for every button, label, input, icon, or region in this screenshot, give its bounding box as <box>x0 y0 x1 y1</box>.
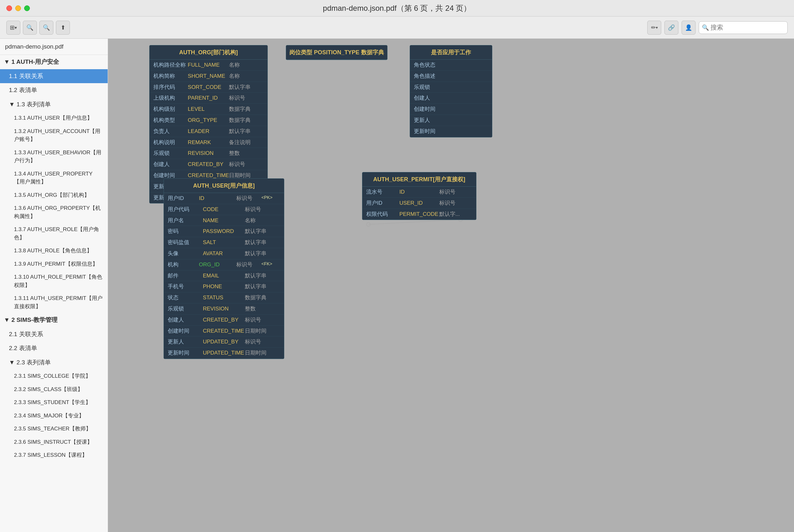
main-content: AUTH_ORG[部门机构] 机构路径全称 FULL_NAME 名称 机构简称 … <box>108 39 794 532</box>
sidebar-item-s2-1[interactable]: 2.1 关联关系 <box>0 327 108 342</box>
sidebar-item-s2-2[interactable]: 2.2 表清单 <box>0 341 108 356</box>
toolbar: ⊞ ▾ 🔍 🔍 ⬆ ✏ ▾ 🔗 👤 🔍 <box>0 17 794 39</box>
table-row: 流水号 ID 标识号 <box>363 187 476 198</box>
pen-button[interactable]: ✏ ▾ <box>647 21 661 35</box>
table-row: 机构说明 REMARK 备注说明 <box>150 137 267 148</box>
table-row: 机构级别 LEVEL 数据字典 <box>150 104 267 115</box>
sidebar: pdman-demo.json.pdf ▼ 1 AUTH-用户安全1.1 关联关… <box>0 39 108 532</box>
sidebar-item-s1-3-9[interactable]: 1.3.9 AUTH_PERMIT【权限信息】 <box>0 258 108 271</box>
svg-line-1 <box>368 220 461 224</box>
table-row: 密码盐值 SALT 默认字串 <box>164 237 284 248</box>
table-auth-user: AUTH_USER[用户信息] 用户ID ID 标识号 <PK> 用户代码 CO… <box>164 178 284 359</box>
close-button[interactable] <box>6 5 12 11</box>
table-row: 用户ID ID 标识号 <PK> <box>164 193 284 204</box>
table-header-right-partial: 是否应用于工作 <box>410 45 492 60</box>
table-row: 更新时间 UPDATED_TIME 日期时间 <box>164 347 284 359</box>
sidebar-item-s2-3-3[interactable]: 2.3.3 SIMS_STUDENT【学生】 <box>0 396 108 409</box>
search-wrapper: 🔍 <box>699 21 788 34</box>
sidebar-item-s2-3-5[interactable]: 2.3.5 SIMS_TEACHER【教师】 <box>0 422 108 436</box>
table-row: 头像 AVATAR 默认字串 <box>164 248 284 259</box>
sidebar-item-s2-3-7[interactable]: 2.3.7 SIMS_LESSON【课程】 <box>0 449 108 462</box>
sidebar-item-s2-3[interactable]: ▼ 2.3 表列清单 <box>0 356 108 370</box>
table-row: 更新时间 <box>410 126 492 137</box>
table-row: 权限代码 PERMIT_CODE 默认字... <box>363 209 476 220</box>
sidebar-item-s1-3-4[interactable]: 1.3.4 AUTH_USER_PROPERTY【用户属性】 <box>0 167 108 189</box>
table-row: 创建人 <box>410 93 492 104</box>
table-row: 用户名 NAME 名称 <box>164 215 284 226</box>
zoom-in-icon: 🔍 <box>43 24 50 31</box>
person-button[interactable]: 👤 <box>682 21 696 35</box>
page-nav-button[interactable]: ⊞ ▾ <box>6 21 20 35</box>
sidebar-item-s1-3-5[interactable]: 1.3.5 AUTH_ORG【部门机构】 <box>0 189 108 202</box>
table-right-partial: 是否应用于工作 角色状态 角色描述 乐观锁 创建人 创建时间 <box>410 45 492 137</box>
table-row: 更新人 UPDATED_BY 标识号 <box>164 337 284 347</box>
toolbar-right: ✏ ▾ 🔗 👤 🔍 <box>647 21 788 35</box>
table-header-auth-org: AUTH_ORG[部门机构] <box>150 45 267 60</box>
table-row: 手机号 PHONE 默认字串 <box>164 281 284 292</box>
table-row: 用户ID USER_ID 标识号 <box>363 198 476 209</box>
sidebar-item-s1-3-8[interactable]: 1.3.8 AUTH_ROLE【角色信息】 <box>0 244 108 258</box>
zoom-in-button[interactable]: 🔍 <box>39 21 53 35</box>
sidebar-item-s2-3-6[interactable]: 2.3.6 SIMS_INSTRUCT【授课】 <box>0 436 108 449</box>
search-input[interactable] <box>699 21 788 34</box>
table-row: 创建时间 <box>410 104 492 115</box>
table-row: 创建人 CREATED_BY 标识号 <box>164 315 284 326</box>
traffic-lights <box>6 5 30 11</box>
table-row: 角色描述 <box>410 71 492 82</box>
link-icon: 🔗 <box>668 24 675 31</box>
sidebar-item-s2-3-4[interactable]: 2.3.4 SIMS_MAJOR【专业】 <box>0 409 108 422</box>
table-row: 机构路径全称 FULL_NAME 名称 <box>150 60 267 71</box>
maximize-button[interactable] <box>24 5 30 11</box>
table-row: 用户代码 CODE 标识号 <box>164 204 284 215</box>
grid-icon: ⊞ <box>10 24 15 31</box>
sidebar-item-s1-1[interactable]: 1.1 关联关系 <box>0 69 108 83</box>
table-row: 密码 PASSWORD 默认字串 <box>164 226 284 237</box>
sidebar-item-s1-3-10[interactable]: 1.3.10 AUTH_ROLE_PERMIT【角色权限】 <box>0 270 108 292</box>
annotate-button[interactable]: 🔗 <box>664 21 678 35</box>
table-header-position-type: 岗位类型 POSITION_TYPE 数据字典 <box>286 45 387 60</box>
sidebar-item-s1-3-3[interactable]: 1.3.3 AUTH_USER_BEHAVIOR【用户行为】 <box>0 146 108 167</box>
sidebar-item-s1[interactable]: ▼ 1 AUTH-用户安全 <box>0 55 108 69</box>
svg-point-2 <box>367 223 370 226</box>
table-row: 创建人 CREATED_BY 标识号 <box>150 159 267 170</box>
table-row: 上级机构 PARENT_ID 标识号 <box>150 93 267 104</box>
table-row: 机构类型 ORG_TYPE 数据字典 <box>150 115 267 126</box>
window-title: pdman-demo.json.pdf（第 6 页，共 24 页） <box>323 3 471 13</box>
share-icon: ⬆ <box>61 24 66 31</box>
table-row: 角色状态 <box>410 60 492 71</box>
table-row: 排序代码 SORT_CODE 默认字串 <box>150 82 267 93</box>
table-row: 创建时间 CREATED_TIME 日期时间 <box>164 326 284 337</box>
zoom-out-icon: 🔍 <box>26 24 33 31</box>
sidebar-item-s1-3-7[interactable]: 1.3.7 AUTH_USER_ROLE【用户角色】 <box>0 223 108 244</box>
table-row: 状态 STATUS 数据字典 <box>164 292 284 303</box>
sidebar-item-s1-2[interactable]: 1.2 表清单 <box>0 83 108 97</box>
chevron-down-icon: ▾ <box>656 25 658 30</box>
table-auth-user-permit: AUTH_USER_PERMIT[用户直接权] 流水号 ID 标识号 用户ID … <box>362 172 476 220</box>
table-position-type: 岗位类型 POSITION_TYPE 数据字典 <box>286 45 387 60</box>
sidebar-item-s1-3-2[interactable]: 1.3.2 AUTH_USER_ACCOUNT【用户账号】 <box>0 125 108 146</box>
pen-icon: ✏ <box>651 24 656 31</box>
sidebar-item-s2[interactable]: ▼ 2 SIMS-教学管理 <box>0 313 108 327</box>
sidebar-item-s1-3[interactable]: ▼ 1.3 表列清单 <box>0 97 108 112</box>
table-row: 乐观锁 REVISION 整数 <box>164 303 284 315</box>
table-row: 邮件 EMAIL 默认字串 <box>164 270 284 282</box>
sidebar-item-s1-3-1[interactable]: 1.3.1 AUTH_USER【用户信息】 <box>0 111 108 125</box>
zoom-out-button[interactable]: 🔍 <box>23 21 37 35</box>
sidebar-item-s1-3-6[interactable]: 1.3.6 AUTH_ORG_PROPERTY【机构属性】 <box>0 202 108 223</box>
sidebar-item-s2-3-1[interactable]: 2.3.1 SIMS_COLLEGE【学院】 <box>0 369 108 383</box>
table-row: 更新人 <box>410 115 492 126</box>
sidebar-filename: pdman-demo.json.pdf <box>0 39 108 55</box>
table-row: 负责人 LEADER 默认字串 <box>150 126 267 137</box>
table-row: 机构简称 SHORT_NAME 名称 <box>150 71 267 82</box>
chevron-down-icon: ▾ <box>15 25 17 30</box>
diagram-canvas: AUTH_ORG[部门机构] 机构路径全称 FULL_NAME 名称 机构简称 … <box>108 39 794 532</box>
sidebar-item-s1-3-11[interactable]: 1.3.11 AUTH_USER_PERMIT【用户直接权限】 <box>0 292 108 313</box>
table-header-auth-user-permit: AUTH_USER_PERMIT[用户直接权] <box>363 172 476 187</box>
share-button[interactable]: ⬆ <box>56 21 70 35</box>
titlebar: pdman-demo.json.pdf（第 6 页，共 24 页） <box>0 0 794 17</box>
table-header-auth-user: AUTH_USER[用户信息] <box>164 179 284 193</box>
person-icon: 👤 <box>685 24 692 31</box>
table-row: 机构 ORG_ID 标识号 <FK> <box>164 259 284 270</box>
minimize-button[interactable] <box>15 5 21 11</box>
sidebar-item-s2-3-2[interactable]: 2.3.2 SIMS_CLASS【班级】 <box>0 383 108 396</box>
